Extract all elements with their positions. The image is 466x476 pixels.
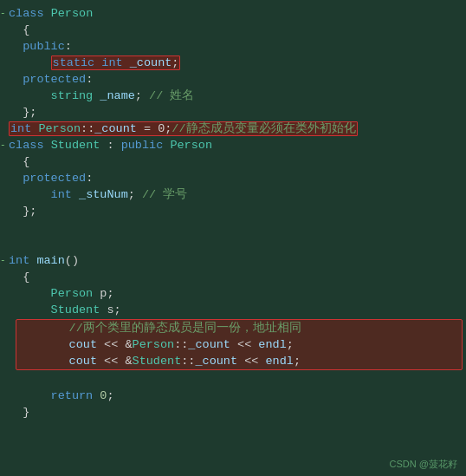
line-content: cout << &Student::_count << endl; — [27, 353, 456, 369]
highlight-block: //两个类里的静态成员是同一份，地址相同 cout << &Person::_c… — [16, 319, 463, 370]
fold-icon — [0, 153, 9, 170]
code-line: { — [0, 153, 466, 170]
line-content: cout << &Person::_count << endl; — [27, 336, 456, 353]
code-line: int Person::_count = 0;//静态成员变量必须在类外初始化 — [0, 121, 466, 137]
line-content: } — [9, 404, 463, 421]
fold-icon — [18, 353, 27, 369]
code-line: cout << &Person::_count << endl; — [18, 336, 460, 353]
line-content: int main() — [9, 252, 463, 269]
code-line: //两个类里的静态成员是同一份，地址相同 — [18, 320, 460, 336]
empty-line — [0, 371, 466, 388]
fold-icon — [18, 320, 27, 336]
line-content: //两个类里的静态成员是同一份，地址相同 — [27, 320, 456, 336]
fold-icon[interactable]: - — [0, 137, 9, 153]
fold-icon — [0, 38, 9, 55]
line-content: string _name; // 姓名 — [9, 88, 463, 104]
line-content: { — [9, 269, 463, 285]
fold-icon — [0, 88, 9, 104]
empty-line — [0, 236, 466, 252]
fold-icon — [0, 104, 9, 121]
code-line: Student s; — [0, 302, 466, 318]
code-line: { — [0, 22, 466, 38]
code-line: protected: — [0, 170, 466, 186]
code-line: - int main() — [0, 252, 466, 269]
line-content: protected: — [9, 71, 463, 88]
fold-icon — [0, 55, 9, 71]
code-line: int _stuNum; // 学号 — [0, 186, 466, 203]
code-line: string _name; // 姓名 — [0, 88, 466, 104]
code-line: protected: — [0, 71, 466, 88]
line-content: }; — [9, 104, 463, 121]
fold-icon — [0, 186, 9, 203]
code-line: cout << &Student::_count << endl; — [18, 353, 460, 369]
line-content: protected: — [9, 170, 463, 186]
line-content: public: — [9, 38, 463, 55]
line-content: class Person — [9, 5, 463, 22]
line-content: int Person::_count = 0;//静态成员变量必须在类外初始化 — [9, 121, 463, 137]
fold-icon — [0, 121, 9, 137]
code-line: }; — [0, 104, 466, 121]
line-content: }; — [9, 203, 463, 219]
watermark: CSDN @菠花籽 — [390, 458, 457, 471]
line-content: Person p; — [9, 285, 463, 302]
fold-icon — [0, 71, 9, 88]
empty-line — [0, 219, 466, 236]
fold-icon — [0, 404, 9, 421]
code-line: { — [0, 269, 466, 285]
code-line: }; — [0, 203, 466, 219]
fold-icon — [18, 336, 27, 353]
fold-icon — [0, 269, 9, 285]
code-line: static int _count; — [0, 55, 466, 71]
line-content: Student s; — [9, 302, 463, 318]
line-content: static int _count; — [9, 55, 463, 71]
fold-icon[interactable]: - — [0, 252, 9, 269]
fold-icon — [0, 302, 9, 318]
code-line: - class Person — [0, 5, 466, 22]
line-content: { — [9, 22, 463, 38]
line-content: { — [9, 153, 463, 170]
code-line: public: — [0, 38, 466, 55]
fold-icon — [0, 388, 9, 404]
code-line: Person p; — [0, 285, 466, 302]
line-content: int _stuNum; // 学号 — [9, 186, 463, 203]
fold-icon — [0, 22, 9, 38]
code-editor: - class Person { public: static int _cou… — [0, 0, 466, 426]
line-content: class Student : public Person — [9, 137, 463, 153]
fold-icon — [0, 285, 9, 302]
fold-icon — [0, 203, 9, 219]
fold-icon[interactable]: - — [0, 5, 9, 22]
code-line: - class Student : public Person — [0, 137, 466, 153]
fold-icon — [0, 170, 9, 186]
line-content: return 0; — [9, 388, 463, 404]
code-line: } — [0, 404, 466, 421]
code-line: return 0; — [0, 388, 466, 404]
